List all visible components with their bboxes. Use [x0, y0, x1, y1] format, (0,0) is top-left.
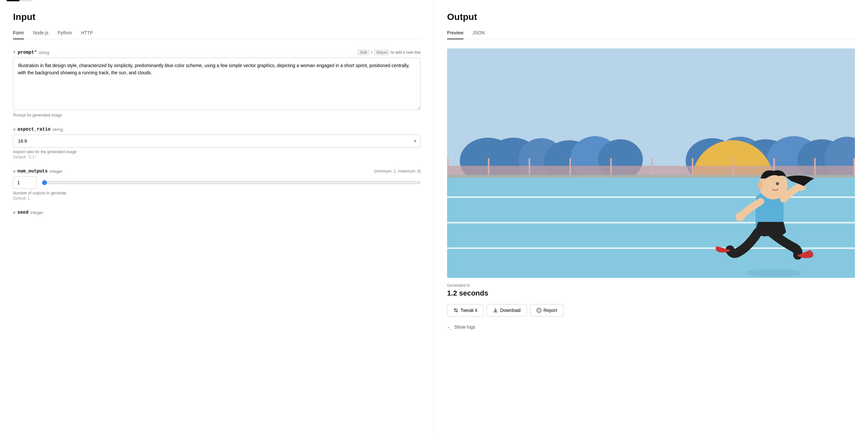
- svg-rect-19: [610, 158, 612, 175]
- svg-point-31: [745, 269, 801, 277]
- image-container: [447, 49, 855, 278]
- shift-key: Shift: [358, 50, 369, 55]
- svg-rect-27: [447, 196, 855, 198]
- seed-hash-icon: #: [13, 210, 16, 215]
- num-outputs-input-row: [13, 176, 421, 189]
- generated-time-value: 1.2 seconds: [447, 289, 855, 297]
- return-key: Return: [374, 50, 390, 55]
- svg-rect-18: [569, 158, 571, 175]
- input-title: Input: [13, 12, 421, 22]
- tab-json[interactable]: JSON: [473, 30, 485, 39]
- num-outputs-field-type: integer: [50, 169, 63, 174]
- num-outputs-hint: Number of outputs to generate: [13, 191, 421, 195]
- svg-point-41: [456, 311, 458, 312]
- tab-form[interactable]: Form: [13, 30, 24, 39]
- text-icon: T: [13, 50, 16, 55]
- prompt-field-type: string: [39, 50, 50, 55]
- generated-in-label: Generated in: [447, 283, 855, 288]
- aspect-ratio-field-name: aspect_ratio: [18, 127, 51, 132]
- output-panel: Output Preview JSON: [434, 1, 868, 434]
- num-outputs-slider[interactable]: [42, 180, 421, 185]
- seed-field-name: seed: [17, 210, 28, 215]
- svg-point-37: [757, 182, 763, 189]
- hash-icon: #: [13, 169, 16, 174]
- report-icon: [536, 308, 541, 313]
- tweak-button[interactable]: Tweak it: [447, 304, 484, 317]
- seed-field-group: # seed integer: [13, 210, 421, 215]
- seed-field-type: integer: [30, 210, 43, 215]
- svg-rect-15: [447, 158, 449, 175]
- generated-image: [447, 49, 855, 278]
- output-tabs: Preview JSON: [447, 30, 855, 39]
- download-label: Download: [500, 308, 520, 313]
- num-outputs-field-group: # num_outputs integer (minimum: 1, maxim…: [13, 169, 421, 201]
- hint-suffix: to add a new line: [391, 50, 421, 55]
- show-logs-label: Show logs: [454, 324, 475, 329]
- svg-rect-20: [651, 158, 653, 175]
- list-icon: ≡: [13, 127, 16, 132]
- svg-rect-28: [447, 222, 855, 224]
- prompt-field-name: prompt*: [18, 50, 37, 55]
- download-icon: [493, 308, 498, 313]
- report-label: Report: [544, 308, 557, 313]
- action-buttons: Tweak it Download Report: [447, 304, 855, 317]
- tweak-label: Tweak it: [461, 308, 477, 313]
- svg-point-33: [736, 212, 745, 221]
- tab-python[interactable]: Python: [58, 30, 72, 39]
- prompt-textarea[interactable]: [13, 58, 421, 110]
- num-outputs-range-hint: (minimum: 1, maximum: 4): [374, 169, 421, 173]
- num-outputs-field-name: num_outputs: [17, 169, 48, 174]
- aspect-ratio-hint: Aspect ratio for the generated image: [13, 150, 421, 154]
- svg-rect-17: [529, 158, 530, 175]
- tab-nodejs[interactable]: Node.js: [33, 30, 49, 39]
- aspect-ratio-default: Default: "1:1": [13, 155, 421, 160]
- aspect-ratio-field-group: ≡ aspect_ratio string 1:1 16:9 4:3 3:2 9…: [13, 127, 421, 160]
- required-asterisk: *: [34, 50, 37, 55]
- svg-rect-24: [814, 158, 816, 175]
- terminal-icon: ›_: [447, 325, 452, 329]
- plus-label: +: [371, 50, 373, 55]
- input-tabs: Form Node.js Python HTTP: [13, 30, 421, 39]
- svg-point-40: [454, 309, 456, 310]
- num-outputs-default: Default: 1: [13, 196, 421, 201]
- report-button[interactable]: Report: [530, 304, 563, 317]
- svg-point-36: [776, 182, 779, 185]
- svg-rect-16: [488, 158, 490, 175]
- prompt-field-group: T prompt* string Shift + Return to add a…: [13, 50, 421, 117]
- show-logs-button[interactable]: ›_ Show logs: [447, 324, 475, 329]
- svg-rect-25: [853, 158, 855, 175]
- num-outputs-input[interactable]: [13, 176, 37, 189]
- svg-rect-22: [733, 158, 734, 175]
- shift-hint: Shift + Return to add a new line: [358, 50, 421, 55]
- download-button[interactable]: Download: [487, 304, 527, 317]
- prompt-hint: Prompt for generated image: [13, 113, 421, 117]
- svg-rect-21: [692, 158, 693, 175]
- input-panel: Input Form Node.js Python HTTP T prompt*…: [0, 1, 434, 434]
- tweak-icon: [453, 308, 459, 313]
- aspect-ratio-select-wrapper: 1:1 16:9 4:3 3:2 9:16 ▾: [13, 135, 421, 148]
- aspect-ratio-field-type: string: [52, 127, 63, 132]
- svg-point-44: [539, 311, 539, 312]
- output-title: Output: [447, 12, 855, 22]
- aspect-ratio-select[interactable]: 1:1 16:9 4:3 3:2 9:16: [13, 135, 421, 148]
- tab-preview[interactable]: Preview: [447, 30, 463, 39]
- tab-http[interactable]: HTTP: [81, 30, 93, 39]
